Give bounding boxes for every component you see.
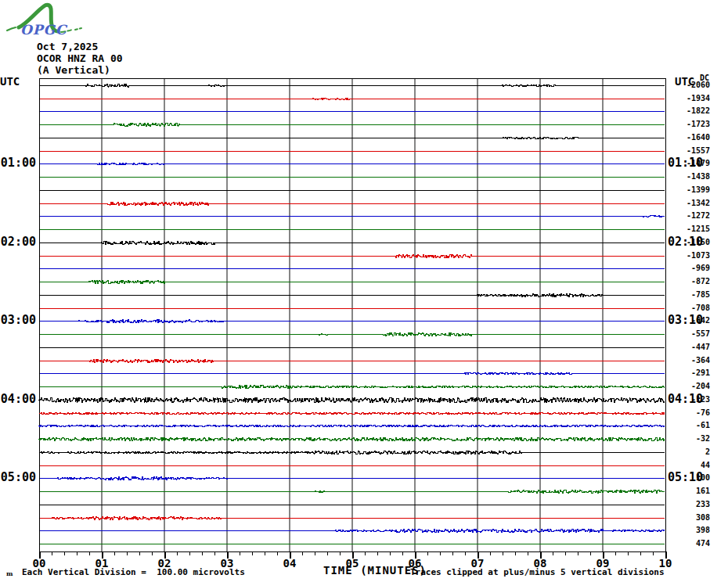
dc-value: -642 bbox=[669, 317, 710, 325]
left-time-label: 05:00 bbox=[0, 471, 36, 484]
dc-value: 161 bbox=[669, 487, 710, 495]
dc-value: 474 bbox=[669, 540, 710, 548]
x-tick-label: 04 bbox=[274, 557, 305, 569]
dc-value: -1557 bbox=[669, 147, 710, 155]
dc-value: -785 bbox=[669, 291, 710, 299]
dc-value: -364 bbox=[669, 357, 710, 365]
left-time-label: 04:00 bbox=[0, 393, 36, 406]
dc-value: -1150 bbox=[669, 239, 710, 246]
dc-value: -76 bbox=[669, 409, 710, 417]
dc-value: -123 bbox=[669, 396, 710, 404]
dc-value: 44 bbox=[669, 462, 710, 469]
dc-value: 308 bbox=[669, 514, 710, 522]
dc-value: -557 bbox=[669, 330, 710, 338]
dc-value: -61 bbox=[669, 422, 710, 429]
dc-value: -1073 bbox=[669, 252, 710, 260]
corner-wave-mark: m bbox=[6, 569, 13, 577]
dc-value: -447 bbox=[669, 343, 710, 351]
dc-value: -204 bbox=[669, 383, 710, 390]
dc-value: -872 bbox=[669, 278, 710, 286]
dc-value: -1822 bbox=[669, 107, 710, 115]
left-time-label: 02:00 bbox=[0, 235, 36, 249]
dc-value: -1272 bbox=[669, 212, 710, 220]
left-time-label: 01:00 bbox=[0, 156, 36, 170]
plot-labels: 000102030405060708091001:0002:0003:0004:… bbox=[0, 0, 728, 582]
dc-value: -2060 bbox=[669, 81, 710, 89]
dc-value: -969 bbox=[669, 264, 710, 272]
helicorder-page: OPGC Oct 7,2025 OCOR HNZ RA 00 (A Vertic… bbox=[0, 0, 728, 582]
dc-value: -1934 bbox=[669, 95, 710, 102]
dc-value: -1215 bbox=[669, 225, 710, 233]
dc-value: 2 bbox=[669, 448, 710, 456]
dc-value: -32 bbox=[669, 435, 710, 443]
dc-value: -1399 bbox=[669, 186, 710, 194]
dc-value: -1438 bbox=[669, 173, 710, 181]
dc-value: -1479 bbox=[669, 160, 710, 167]
footer-right-note: Traces clipped at plus/minus 5 vertical … bbox=[410, 567, 665, 577]
dc-value: -1723 bbox=[669, 120, 710, 128]
left-time-label: 03:00 bbox=[0, 314, 36, 327]
dc-value: -291 bbox=[669, 369, 710, 377]
footer-left-note: Each Vertical Division = 100.00 microvol… bbox=[22, 567, 245, 577]
dc-value: -708 bbox=[669, 304, 710, 312]
dc-value: -1640 bbox=[669, 134, 710, 142]
dc-value: 398 bbox=[669, 526, 710, 534]
dc-value: 100 bbox=[669, 474, 710, 482]
dc-value: -1342 bbox=[669, 199, 710, 207]
dc-value: 233 bbox=[669, 501, 710, 508]
